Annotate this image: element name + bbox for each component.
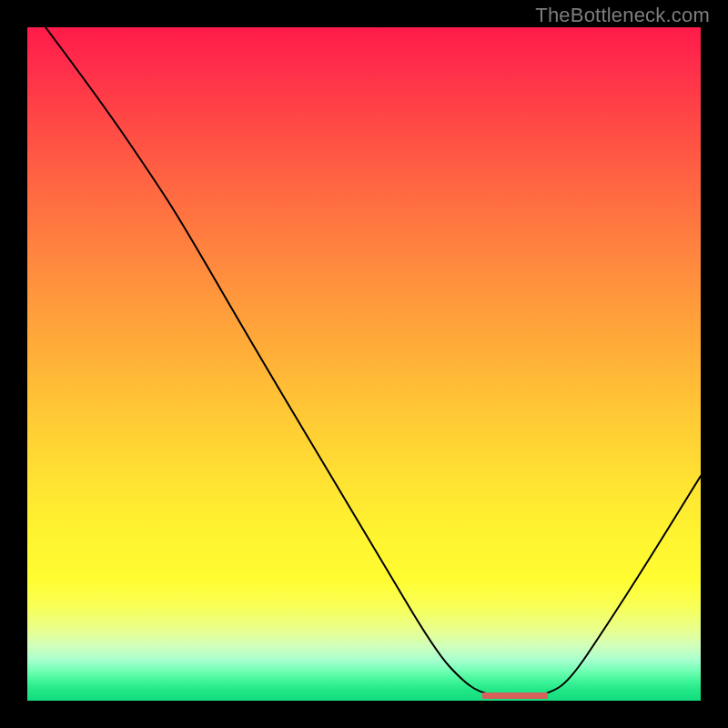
chart-stage: TheBottleneck.com (0, 0, 728, 728)
curve-path (46, 27, 701, 696)
watermark-text: TheBottleneck.com (535, 4, 710, 27)
optimal-range-marker (482, 693, 548, 699)
bottleneck-curve (27, 27, 701, 701)
plot-area (27, 27, 701, 701)
